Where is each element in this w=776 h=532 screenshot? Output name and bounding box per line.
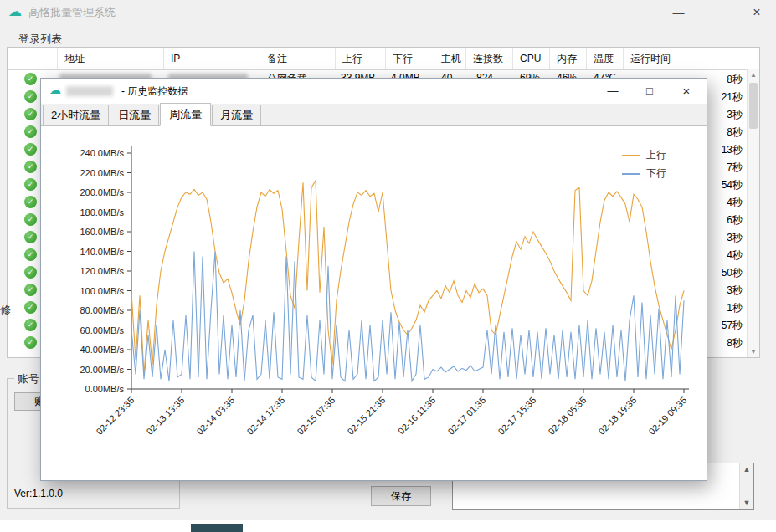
runtime-cell: 57秒 xyxy=(722,319,743,333)
status-ok-icon: ✓ xyxy=(24,248,37,261)
svg-text:20.00MB/s: 20.00MB/s xyxy=(80,365,124,375)
version-label: Ver:1.1.0.0 xyxy=(14,488,63,499)
scroll-down-icon[interactable]: ▼ xyxy=(748,348,759,356)
status-ok-icon: ✓ xyxy=(24,108,37,120)
status-ok-icon: ✓ xyxy=(24,143,37,156)
close-button[interactable]: × xyxy=(737,0,776,25)
app-title: 高恪批量管理系统 xyxy=(28,0,116,25)
runtime-cell: 21秒 xyxy=(722,90,743,105)
table-header: 地址IP备注上行下行主机连接数CPU内存温度运行时间 xyxy=(8,48,759,70)
tab-daily-traffic[interactable]: 日流量 xyxy=(110,105,159,125)
column-header-1[interactable]: IP xyxy=(164,48,260,69)
svg-text:02-19 09:35: 02-19 09:35 xyxy=(646,395,688,437)
svg-text:60.00MB/s: 60.00MB/s xyxy=(80,325,124,335)
svg-text:02-12 23:35: 02-12 23:35 xyxy=(94,395,136,437)
panel-scrollbar[interactable]: ▲ ▼ xyxy=(739,463,753,509)
status-ok-icon: ✓ xyxy=(24,161,37,173)
svg-text:80.00MB/s: 80.00MB/s xyxy=(80,305,124,315)
chart-legend: 上行 下行 xyxy=(622,148,666,185)
runtime-cell: 6秒 xyxy=(727,213,743,228)
main-titlebar: ☁ 高恪批量管理系统 — × xyxy=(0,0,776,25)
status-ok-icon: ✓ xyxy=(24,125,37,138)
status-ok-icon: ✓ xyxy=(24,231,37,243)
scrollbar-thumb[interactable] xyxy=(749,83,758,129)
runtime-cell: 7秒 xyxy=(727,161,743,175)
download-legend-line xyxy=(622,173,640,175)
column-header-0[interactable]: 地址 xyxy=(58,48,164,69)
status-ok-icon: ✓ xyxy=(24,196,37,208)
column-header-3[interactable]: 上行 xyxy=(336,48,386,69)
left-edge-fragment: 修 xyxy=(0,303,11,318)
history-monitor-dialog: ☁ - 历史监控数据 — □ × 2小时流量 日流量 周流量 月流量 0.00M… xyxy=(40,78,707,481)
download-series-line xyxy=(131,252,684,381)
svg-text:180.0MB/s: 180.0MB/s xyxy=(80,207,124,217)
column-header-10[interactable]: 运行时间 xyxy=(624,48,748,69)
column-header-5[interactable]: 主机 xyxy=(434,48,466,69)
runtime-cell: 3秒 xyxy=(727,108,743,122)
panel-scroll-down-icon[interactable]: ▼ xyxy=(740,499,753,507)
tab-2hour-traffic[interactable]: 2小时流量 xyxy=(43,105,109,125)
svg-text:240.0MB/s: 240.0MB/s xyxy=(80,148,124,158)
status-ok-icon: ✓ xyxy=(24,319,37,331)
traffic-chart: 0.00MB/s20.00MB/s40.00MB/s60.00MB/s80.00… xyxy=(41,130,702,479)
dialog-title: - 历史监控数据 xyxy=(121,79,188,104)
tab-weekly-traffic[interactable]: 周流量 xyxy=(160,103,211,126)
column-header-6[interactable]: 连接数 xyxy=(466,48,513,69)
svg-text:140.0MB/s: 140.0MB/s xyxy=(80,247,124,257)
background-window-fragment xyxy=(191,524,243,532)
chart-area: 0.00MB/s20.00MB/s40.00MB/s60.00MB/s80.00… xyxy=(41,126,707,480)
upload-legend-item: 上行 xyxy=(622,148,666,162)
minimize-button[interactable]: — xyxy=(660,0,697,25)
scroll-up-icon[interactable]: ▲ xyxy=(748,71,759,79)
svg-text:02-13 13:35: 02-13 13:35 xyxy=(144,395,186,437)
dialog-cloud-icon: ☁ xyxy=(49,83,61,96)
svg-text:100.0MB/s: 100.0MB/s xyxy=(80,286,124,296)
svg-text:02-17 15:35: 02-17 15:35 xyxy=(496,395,537,437)
panel-scroll-up-icon[interactable]: ▲ xyxy=(740,465,753,473)
runtime-cell: 4秒 xyxy=(727,196,743,210)
status-ok-icon: ✓ xyxy=(24,178,37,191)
upload-legend-line xyxy=(622,155,640,156)
svg-text:02-18 05:35: 02-18 05:35 xyxy=(546,395,588,437)
upload-legend-label: 上行 xyxy=(646,148,666,162)
runtime-cell: 8秒 xyxy=(727,73,743,87)
runtime-cell: 4秒 xyxy=(727,248,743,263)
upload-series-line xyxy=(131,181,684,375)
dialog-maximize-button[interactable]: □ xyxy=(631,79,668,104)
svg-text:160.0MB/s: 160.0MB/s xyxy=(80,227,124,237)
svg-text:200.0MB/s: 200.0MB/s xyxy=(80,187,124,197)
svg-text:02-15 07:35: 02-15 07:35 xyxy=(295,395,337,437)
runtime-cell: 1秒 xyxy=(727,301,743,315)
status-ok-icon: ✓ xyxy=(24,301,37,314)
svg-text:02-14 17:35: 02-14 17:35 xyxy=(244,395,286,437)
column-header-icon xyxy=(8,48,58,69)
svg-text:220.0MB/s: 220.0MB/s xyxy=(80,168,124,178)
runtime-cell: 3秒 xyxy=(727,284,743,298)
dialog-minimize-button[interactable]: — xyxy=(594,79,631,104)
status-ok-icon: ✓ xyxy=(24,336,37,349)
runtime-cell: 50秒 xyxy=(722,266,743,280)
svg-text:0.00MB/s: 0.00MB/s xyxy=(85,384,125,394)
tab-monthly-traffic[interactable]: 月流量 xyxy=(212,105,261,125)
status-ok-icon: ✓ xyxy=(24,90,37,103)
save-button[interactable]: 保存 xyxy=(371,486,431,506)
runtime-cell: 8秒 xyxy=(727,336,743,350)
svg-text:02-17 01:35: 02-17 01:35 xyxy=(445,395,487,437)
column-header-4[interactable]: 下行 xyxy=(386,48,434,69)
traffic-tabbar: 2小时流量 日流量 周流量 月流量 xyxy=(41,104,707,126)
status-ok-icon: ✓ xyxy=(24,266,37,279)
table-scrollbar[interactable]: ▲ ▼ xyxy=(747,69,759,357)
app-cloud-icon: ☁ xyxy=(8,3,22,19)
svg-text:02-18 19:35: 02-18 19:35 xyxy=(596,395,638,437)
dialog-controls: — □ × xyxy=(594,79,705,104)
column-header-9[interactable]: 温度 xyxy=(587,48,624,69)
download-legend-item: 下行 xyxy=(622,166,666,181)
column-header-8[interactable]: 内存 xyxy=(550,48,587,69)
column-header-2[interactable]: 备注 xyxy=(260,48,336,69)
column-header-7[interactable]: CPU xyxy=(513,48,550,69)
svg-text:02-14 03:35: 02-14 03:35 xyxy=(194,395,236,437)
dialog-close-button[interactable]: × xyxy=(668,79,705,104)
runtime-cell: 3秒 xyxy=(727,231,743,245)
login-list-label: 登录列表 xyxy=(18,32,62,47)
account-group-label: 账号 xyxy=(14,371,43,386)
